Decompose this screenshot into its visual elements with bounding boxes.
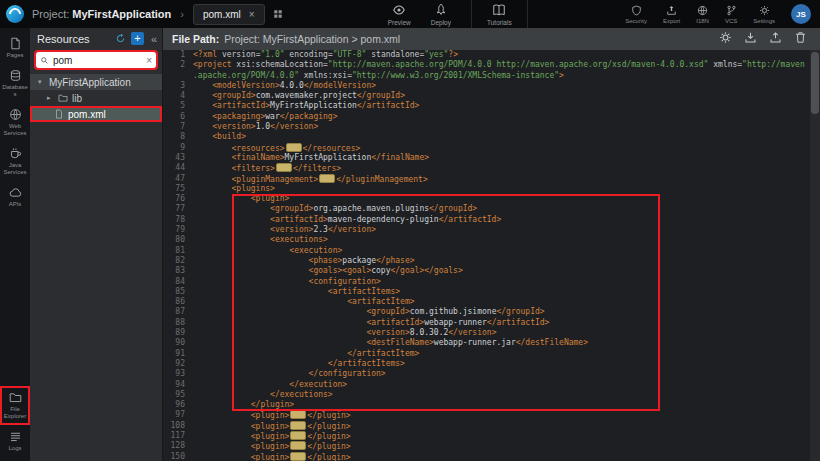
upload-button[interactable] [769, 30, 782, 48]
close-tab-icon[interactable]: × [249, 9, 255, 20]
editor-scrollbar[interactable] [810, 50, 820, 461]
chevron-right-icon: › [180, 8, 184, 20]
line-number: 47 [163, 174, 193, 184]
globe-icon [697, 5, 708, 16]
tree-item-lib[interactable]: ▸lib [30, 90, 162, 106]
utility-actions: SecurityExportI18NVCSSettings [617, 5, 783, 24]
deploy-button[interactable]: Deploy [421, 0, 461, 28]
line-number: 77 [163, 204, 193, 214]
sidebar-item-label: Web Services [1, 123, 29, 137]
line-number: 150 [163, 452, 193, 461]
code-line: 117 <plugin></plugin> [163, 431, 810, 441]
sidebar-item-java-services[interactable]: Java Services [0, 142, 30, 181]
resources-search-input[interactable]: pom × [36, 52, 156, 68]
globe-icon [9, 108, 22, 121]
sidebar-item-databases[interactable]: Databases [0, 64, 30, 103]
delete-button[interactable] [794, 30, 807, 48]
file-path-actions [719, 30, 811, 48]
folded-code[interactable] [290, 410, 306, 419]
folded-code[interactable] [290, 421, 306, 430]
refresh-icon[interactable] [115, 33, 126, 44]
folded-code[interactable] [290, 431, 306, 440]
i18n-button[interactable]: I18N [688, 5, 717, 24]
action-label: Tutorials [487, 19, 512, 26]
sidebar-item-apis[interactable]: APIs [0, 181, 30, 213]
sidebar-item-logs[interactable]: Logs [0, 425, 30, 457]
tree-item-myfirstapplication[interactable]: ▾MyFirstApplication [30, 74, 162, 90]
code-line: 150 <plugin></plugin> [163, 452, 810, 461]
line-number: 6 [163, 112, 193, 122]
folded-code[interactable] [290, 441, 306, 450]
download-icon [744, 31, 757, 44]
line-number: 84 [163, 277, 193, 287]
file-icon [54, 109, 64, 119]
sidebar-item-file-explorer[interactable]: File Explorer [0, 386, 30, 425]
user-avatar[interactable]: JS [791, 4, 811, 24]
folded-code[interactable] [290, 452, 306, 461]
line-number: 96 [163, 400, 193, 410]
tab-label: pom.xml [203, 9, 241, 20]
line-number: 95 [163, 390, 193, 400]
code-line: 91 </artifactItem> [163, 349, 810, 359]
vcs-button[interactable]: VCS [717, 5, 745, 24]
folded-code[interactable] [319, 174, 335, 183]
wavemaker-logo[interactable] [6, 5, 24, 23]
line-number: 86 [163, 297, 193, 307]
collapse-panel-icon[interactable]: « [149, 33, 159, 45]
tree-item-pom.xml[interactable]: pom.xml [30, 106, 162, 122]
sidebar-item-pages[interactable]: Pages [0, 32, 30, 64]
code-line: 94 </execution> [163, 380, 810, 390]
cloud-icon [9, 186, 22, 199]
code-line: 3 <modelVersion>4.0.0</modelVersion> [163, 81, 810, 91]
line-number: 83 [163, 266, 193, 276]
security-button[interactable]: Security [617, 5, 655, 24]
coffee-icon [9, 147, 22, 160]
folder-icon [9, 391, 22, 404]
add-resource-button[interactable]: + [131, 32, 144, 45]
line-number: 97 [163, 410, 193, 420]
sidebar-item-web-services[interactable]: Web Services [0, 103, 30, 142]
database-icon [9, 69, 22, 82]
export-icon [666, 5, 677, 16]
utility-label: VCS [725, 18, 737, 24]
utility-label: Security [625, 18, 647, 24]
line-number: 7 [163, 122, 193, 132]
folded-code[interactable] [276, 163, 292, 172]
settings-button[interactable]: Settings [745, 5, 783, 24]
code-line: 1<?xml version="1.0" encoding="UTF-8" st… [163, 50, 810, 60]
collapse-arrow-icon[interactable]: ▾ [38, 78, 45, 86]
code-line: 44 <filters></filters> [163, 163, 810, 173]
download-button[interactable] [744, 30, 757, 48]
folded-code[interactable] [286, 143, 302, 152]
expand-arrow-icon[interactable]: ▸ [47, 94, 54, 102]
tutorials-button[interactable]: Tutorials [471, 0, 528, 28]
line-number: 82 [163, 256, 193, 266]
code-editor[interactable]: 1<?xml version="1.0" encoding="UTF-8" st… [163, 50, 810, 461]
preview-button[interactable]: Preview [378, 0, 421, 28]
top-bar: Project: MyFirstApplication › pom.xml × … [0, 0, 820, 28]
shield-icon [631, 5, 642, 16]
tree-item-label: MyFirstApplication [49, 77, 131, 88]
code-line: 80 <executions> [163, 235, 810, 245]
sidebar-item-label: Pages [1, 52, 29, 59]
scrollbar-thumb[interactable] [811, 52, 819, 114]
line-number: 92 [163, 359, 193, 369]
code-line: 78 <artifactId>maven-dependency-plugin</… [163, 215, 810, 225]
branch-icon [726, 5, 737, 16]
project-label: Project: [32, 8, 69, 20]
code-line: 95 </executions> [163, 390, 810, 400]
code-line: .apache.org/POM/4.0.0" xmlns:xsi="http:/… [163, 71, 810, 81]
open-tabs-grid-icon[interactable] [273, 9, 283, 19]
tab-pom-xml[interactable]: pom.xml × [193, 4, 265, 25]
resources-header: Resources + « [30, 28, 162, 49]
code-line: 8 <build> [163, 132, 810, 142]
line-number: 91 [163, 349, 193, 359]
code-line: 82 <phase>package</phase> [163, 256, 810, 266]
settings-button[interactable] [719, 30, 732, 48]
code-line: 9 <resources></resources> [163, 143, 810, 153]
export-button[interactable]: Export [655, 5, 688, 24]
line-number: 93 [163, 369, 193, 379]
code-line: 87 <groupId>com.github.jsimone</groupId> [163, 307, 810, 317]
clear-search-icon[interactable]: × [146, 55, 152, 66]
action-label: Deploy [431, 19, 451, 26]
